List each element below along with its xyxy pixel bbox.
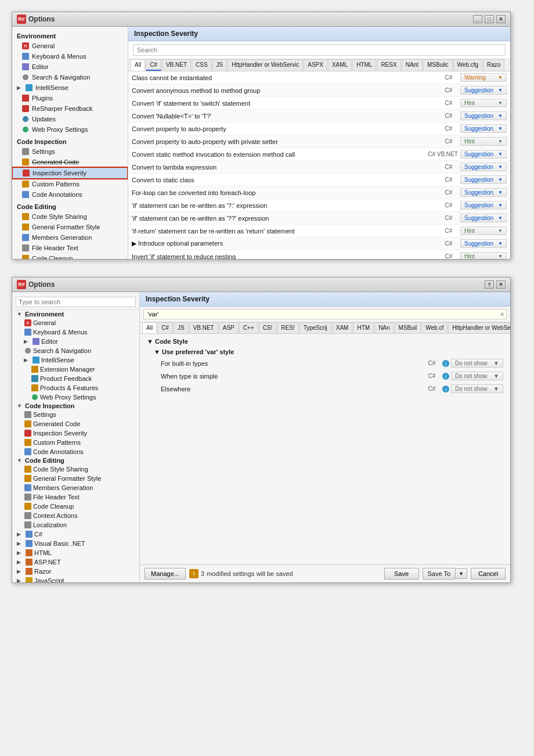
tab-css[interactable]: CSS <box>192 59 212 71</box>
filter-clear-icon[interactable]: ✕ <box>500 311 504 318</box>
sidebar-item-keyboard[interactable]: Keyboard & Menus <box>12 51 128 62</box>
close-button[interactable]: ✕ <box>496 15 506 23</box>
tree-item-code-cleanup-2[interactable]: Code Cleanup <box>12 502 139 511</box>
severity-badge[interactable]: Hint ▼ <box>460 99 507 107</box>
tree-item-localization-2[interactable]: Localization <box>12 520 139 530</box>
tree-item-aspnet-2[interactable]: ▶ ASP.NET <box>12 557 139 567</box>
tab2-vbnet[interactable]: VB.NET <box>189 322 218 333</box>
tree-item-webproxy-2[interactable]: Web Proxy Settings <box>12 393 139 402</box>
cancel-button[interactable]: Cancel <box>471 568 506 579</box>
filter-search-input[interactable] <box>143 309 507 319</box>
tab-html[interactable]: HTML <box>352 59 376 71</box>
tree-item-search-nav[interactable]: Search & Navigation <box>12 346 139 355</box>
tab-resx[interactable]: RESX <box>377 59 400 71</box>
severity-badge[interactable]: Suggestion ▼ <box>460 214 507 222</box>
sidebar-item-search[interactable]: Search & Navigation <box>12 72 128 82</box>
tree-item-product-feedback[interactable]: Product Feedback <box>12 374 139 383</box>
tree-item-environment-header[interactable]: ▼ Environment <box>12 310 139 318</box>
sidebar-item-code-annotations[interactable]: Code Annotations <box>12 189 128 200</box>
tab-msbuild[interactable]: MSBuilc <box>423 59 453 71</box>
maximize-button[interactable]: □ <box>485 15 494 23</box>
tree-item-code-editing-header[interactable]: ▼ Code Editing <box>12 456 139 465</box>
sidebar-item-custom-patterns[interactable]: Custom Patterns <box>12 179 128 189</box>
severity-badge[interactable]: Suggestion ▼ <box>460 150 507 159</box>
tree-item-members-generation-2[interactable]: Members Generation <box>12 483 139 492</box>
sidebar-item-code-style-sharing[interactable]: Code Style Sharing <box>12 211 128 222</box>
tree-item-intellisense-2[interactable]: ▶ IntelliSense <box>12 355 139 365</box>
tab2-asp[interactable]: ASP <box>219 322 239 333</box>
severity-badge[interactable]: Suggestion ▼ <box>460 201 507 210</box>
tab2-res[interactable]: RES! <box>277 322 298 333</box>
tab-webcfg[interactable]: Web.cfg <box>453 59 483 71</box>
tab-vbnet[interactable]: VB.NET <box>162 59 191 71</box>
severity-badge[interactable]: Suggestion ▼ <box>460 175 507 184</box>
severity-badge[interactable]: Suggestion ▼ <box>460 163 507 171</box>
close-button-2[interactable]: ✕ <box>496 280 506 289</box>
sidebar-item-members-generation[interactable]: Members Generation <box>12 232 128 243</box>
cs-badge-builtin[interactable]: Do not show ▼ <box>451 359 503 368</box>
sidebar-item-editor[interactable]: Editor <box>12 62 128 72</box>
sidebar-item-updates[interactable]: Updates <box>12 114 128 124</box>
save-to-main[interactable]: Save To <box>423 568 456 579</box>
severity-badge[interactable]: Hint ▼ <box>460 252 507 259</box>
expand-var-style[interactable]: ▼ <box>154 348 160 355</box>
tab2-csi[interactable]: CS! <box>259 322 277 333</box>
save-button[interactable]: Save <box>384 568 419 579</box>
tab-csharp[interactable]: C# <box>146 59 161 71</box>
severity-badge[interactable]: Hint ▼ <box>460 137 507 146</box>
severity-badge[interactable]: Hint ▼ <box>460 226 507 235</box>
tab2-all[interactable]: All <box>142 322 157 333</box>
tree-item-javascript-2[interactable]: ▶ JavaScript <box>12 576 139 582</box>
sidebar-item-file-header[interactable]: File Header Text <box>12 243 128 253</box>
tree-item-html-2[interactable]: ▶ HTML <box>12 548 139 557</box>
tab2-nan[interactable]: NAn <box>374 322 394 333</box>
tree-item-extension-manager[interactable]: Extension Manager <box>12 365 139 374</box>
severity-badge[interactable]: Warning ▼ <box>460 73 507 82</box>
tab-nant[interactable]: NAnt <box>402 59 423 71</box>
tab-all[interactable]: All <box>131 59 145 71</box>
expand-code-style[interactable]: ▼ <box>147 338 153 345</box>
tab2-typescript[interactable]: TypeScrij <box>300 322 331 333</box>
tree-item-context-actions-2[interactable]: Context Actions <box>12 511 139 520</box>
sidebar-item-resharper-feedback[interactable]: ReSharper Feedback <box>12 103 128 114</box>
sidebar-item-intellisense[interactable]: ▶ IntelliSense <box>12 82 128 93</box>
cs-badge-simple[interactable]: Do not show ▼ <box>451 372 503 380</box>
severity-badge[interactable]: Suggestion ▼ <box>460 86 507 95</box>
tab2-js[interactable]: JS <box>174 322 189 333</box>
tab2-webcf[interactable]: Web.cf <box>421 322 448 333</box>
tree-item-editor[interactable]: ▶ Editor <box>12 337 139 346</box>
cs-badge-elsewhere[interactable]: Do not show ▼ <box>451 384 503 393</box>
tree-item-code-style-sharing-2[interactable]: Code Style Sharing <box>12 465 139 474</box>
sidebar-item-settings[interactable]: Settings <box>12 146 128 157</box>
tree-item-generated-code-2[interactable]: Generated Code <box>12 419 139 429</box>
tab2-cpp[interactable]: C++ <box>239 322 258 333</box>
tree-item-general[interactable]: R General <box>12 318 139 327</box>
tree-item-code-annotations-2[interactable]: Code Annotations <box>12 447 139 456</box>
sidebar-item-code-cleanup[interactable]: Code Cleanup <box>12 253 128 259</box>
tree-item-code-inspection-header[interactable]: ▼ Code Inspection <box>12 402 139 410</box>
tree-item-csharp-2[interactable]: ▶ C# <box>12 530 139 539</box>
sidebar-item-webproxy[interactable]: Web Proxy Settings <box>12 124 128 135</box>
save-to-dropdown[interactable]: ▼ <box>455 568 467 579</box>
tree-item-settings-2[interactable]: Settings <box>12 410 139 419</box>
tab2-htm[interactable]: HTM <box>353 322 374 333</box>
sidebar-item-generated-code[interactable]: Generated Code <box>12 157 128 167</box>
help-button[interactable]: ? <box>485 280 494 289</box>
search-input-1[interactable] <box>133 44 506 56</box>
tab-aspx[interactable]: ASPX <box>304 59 327 71</box>
tree-item-general-formatter-2[interactable]: General Formatter Style <box>12 474 139 483</box>
tab-js[interactable]: JS <box>212 59 228 71</box>
tab2-csharp[interactable]: C# <box>157 322 173 333</box>
tree-item-keyboard[interactable]: Keyboard & Menus <box>12 327 139 337</box>
tree-item-razor-2[interactable]: ▶ Razor <box>12 567 139 576</box>
severity-badge[interactable]: Suggestion ▼ <box>460 188 507 197</box>
tree-item-products-features[interactable]: Products & Features <box>12 383 139 393</box>
tree-item-inspection-severity-2[interactable]: Inspection Severity <box>12 429 139 438</box>
tree-item-custom-patterns-2[interactable]: Custom Patterns <box>12 438 139 447</box>
severity-badge[interactable]: Suggestion ▼ <box>460 239 507 248</box>
sidebar-item-general-formatter[interactable]: General Formatter Style <box>12 222 128 232</box>
minimize-button[interactable]: _ <box>473 15 482 23</box>
sidebar-item-inspection-severity[interactable]: Inspection Severity <box>12 167 128 179</box>
tree-item-file-header-2[interactable]: File Header Text <box>12 492 139 502</box>
tree-item-vbnet-2[interactable]: ▶ Visual Basic .NET <box>12 539 139 548</box>
